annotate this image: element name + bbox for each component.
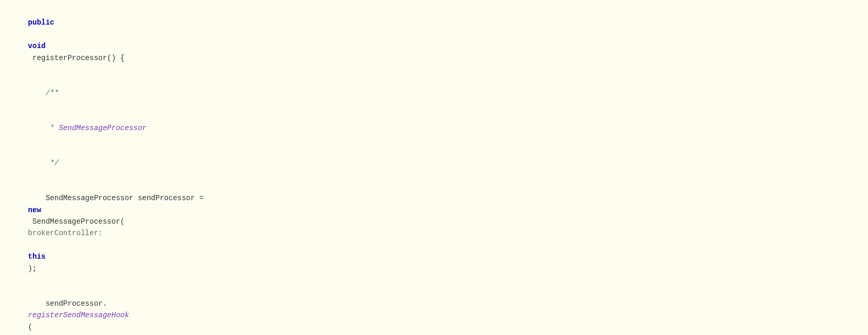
- code-line-3: * SendMessageProcessor: [10, 111, 858, 146]
- code-line-4: */: [10, 146, 858, 181]
- code-line-2: /**: [10, 75, 858, 110]
- code-line-5: SendMessageProcessor sendProcessor = new…: [10, 181, 858, 286]
- keyword-void: void: [28, 42, 46, 50]
- code-line-6: sendProcessor. registerSendMessageHook (…: [10, 286, 858, 335]
- code-line-1: public void registerProcessor() {: [10, 5, 858, 75]
- code-editor: public void registerProcessor() { /** * …: [0, 0, 868, 335]
- keyword-public: public: [28, 18, 54, 27]
